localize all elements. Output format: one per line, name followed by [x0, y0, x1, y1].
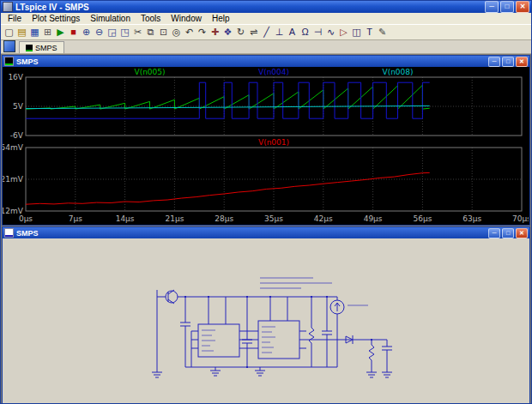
ic1-symbol — [191, 324, 246, 367]
waveform-window: SMPS ─ □ ✕ 16V5V-6VV(n005)V(n004)V(n008)… — [2, 55, 530, 226]
schematic-maximize-button[interactable]: □ — [502, 228, 514, 238]
tool-open-file-icon[interactable]: ▤ — [15, 26, 28, 39]
tool-find-icon[interactable]: ◎ — [170, 26, 183, 39]
capacitor-symbol — [180, 323, 190, 326]
tool-mirror-icon[interactable]: ⇌ — [247, 26, 260, 39]
schematic-drawing — [152, 278, 392, 377]
active-window-icon[interactable] — [3, 40, 15, 52]
tool-spice-directive-icon[interactable]: ✎ — [376, 26, 389, 39]
app-icon — [3, 2, 13, 12]
ground-symbol — [382, 369, 392, 377]
tab-label: SMPS — [35, 44, 57, 52]
tool-undo-icon[interactable]: ↶ — [183, 26, 196, 39]
tool-paste-icon[interactable]: ⊡ — [157, 26, 170, 39]
menu-file[interactable]: File — [3, 14, 27, 23]
transistor-symbol — [166, 290, 178, 304]
tool-diode-icon[interactable]: ▷ — [337, 26, 350, 39]
close-button[interactable]: ✕ — [516, 1, 529, 13]
tool-text-tool-icon[interactable]: T — [363, 26, 376, 39]
capacitor-symbol — [322, 331, 332, 335]
svg-text:V(n008): V(n008) — [382, 68, 413, 76]
tool-redo-icon[interactable]: ↷ — [196, 26, 209, 39]
waveform-close-button[interactable]: ✕ — [516, 57, 528, 67]
tool-component-icon[interactable]: ◫ — [350, 26, 363, 39]
svg-text:70μs: 70μs — [512, 214, 529, 223]
tool-inductor-icon[interactable]: ∿ — [324, 26, 337, 39]
svg-text:V(n004): V(n004) — [258, 68, 289, 76]
svg-text:5V: 5V — [13, 102, 24, 111]
svg-text:56μs: 56μs — [413, 214, 432, 223]
ground-symbol — [210, 367, 221, 376]
menubar: File Plot Settings Simulation Tools Wind… — [1, 13, 531, 24]
resistor-symbol — [309, 328, 314, 343]
ground-symbol — [255, 367, 265, 376]
capacitor-symbol — [382, 347, 392, 350]
window-title: LTspice IV - SMPS — [15, 3, 482, 12]
schematic-window-icon — [4, 228, 14, 238]
schematic-canvas[interactable] — [3, 238, 529, 404]
menu-plot-settings[interactable]: Plot Settings — [27, 14, 85, 23]
waveform-titlebar[interactable]: SMPS ─ □ ✕ — [3, 56, 529, 67]
svg-text:V(n001): V(n001) — [258, 138, 289, 147]
maximize-button[interactable]: □ — [500, 1, 514, 13]
waveform-plot-area: 16V5V-6VV(n005)V(n004)V(n008)54mV21mV-12… — [3, 67, 529, 225]
tool-resistor-icon[interactable]: Ω — [299, 26, 311, 39]
tool-rotate-icon[interactable]: ↻ — [234, 26, 247, 39]
svg-text:-6V: -6V — [10, 131, 24, 140]
menu-simulation[interactable]: Simulation — [85, 14, 136, 23]
capacitor-symbol — [242, 340, 252, 343]
spice-directive-text — [260, 278, 332, 288]
ground-symbol — [152, 369, 162, 377]
tool-drag-icon[interactable]: ❖ — [221, 26, 234, 39]
waveform-tab-icon — [26, 45, 33, 51]
schematic-minimize-button[interactable]: ─ — [488, 228, 500, 238]
tab-smps[interactable]: SMPS — [19, 41, 64, 53]
tool-net-label-icon[interactable]: A — [286, 26, 299, 39]
svg-text:14μs: 14μs — [116, 214, 135, 223]
toolbar: ▢▤▦⊞▶■⊕⊖◲◳✂⧉⊡◎↶↷✚❖↻⇌╱⊥AΩ⊣∿▷◫T✎ — [1, 24, 531, 40]
menu-window[interactable]: Window — [166, 14, 207, 23]
waveform-minimize-button[interactable]: ─ — [488, 57, 500, 67]
tool-copy-icon[interactable]: ⧉ — [144, 26, 157, 39]
schematic-close-button[interactable]: ✕ — [516, 228, 528, 238]
tool-ground-icon[interactable]: ⊥ — [273, 26, 286, 39]
schematic-area — [3, 238, 529, 404]
svg-text:28μs: 28μs — [215, 214, 233, 223]
tool-draw-wire-icon[interactable]: ╱ — [260, 26, 273, 39]
tool-capacitor-icon[interactable]: ⊣ — [311, 26, 324, 39]
svg-text:49μs: 49μs — [364, 214, 383, 223]
svg-text:16V: 16V — [8, 73, 23, 81]
schematic-titlebar[interactable]: SMPS ─ □ ✕ — [3, 227, 529, 238]
waveform-maximize-button[interactable]: □ — [502, 57, 514, 67]
svg-text:0μs: 0μs — [19, 214, 33, 223]
tool-zoom-fit-icon[interactable]: ◳ — [118, 26, 131, 39]
tool-cut-icon[interactable]: ✂ — [131, 26, 144, 39]
ground-symbol — [366, 369, 377, 377]
tool-run-icon[interactable]: ▶ — [54, 26, 67, 39]
tool-save-file-icon[interactable]: ▦ — [28, 26, 41, 39]
window-buttons: ─ □ ✕ — [485, 1, 529, 13]
svg-text:V(n005): V(n005) — [134, 68, 165, 76]
tool-zoom-in-icon[interactable]: ⊕ — [80, 26, 93, 39]
ltspice-main-window: LTspice IV - SMPS ─ □ ✕ File Plot Settin… — [0, 0, 532, 404]
tool-move-icon[interactable]: ✚ — [209, 26, 221, 39]
tool-new-schematic-icon[interactable]: ▢ — [3, 26, 15, 39]
svg-text:21mV: 21mV — [3, 175, 24, 184]
tool-control-panel-icon[interactable]: ⊞ — [41, 26, 54, 39]
waveform-window-title: SMPS — [16, 57, 486, 66]
schematic-window-buttons: ─ □ ✕ — [488, 228, 528, 238]
minimize-button[interactable]: ─ — [485, 1, 499, 13]
svg-text:42μs: 42μs — [314, 214, 333, 223]
waveform-plot[interactable]: 16V5V-6VV(n005)V(n004)V(n008)54mV21mV-12… — [3, 67, 529, 225]
menu-help[interactable]: Help — [207, 14, 235, 23]
tool-zoom-area-icon[interactable]: ◲ — [106, 26, 118, 39]
mdi-area: SMPS ─ □ ✕ 16V5V-6VV(n005)V(n004)V(n008)… — [1, 54, 531, 404]
window-titlebar[interactable]: LTspice IV - SMPS ─ □ ✕ — [1, 1, 531, 13]
waveform-window-icon — [4, 57, 14, 66]
menu-tools[interactable]: Tools — [136, 14, 166, 23]
tool-halt-icon[interactable]: ■ — [67, 26, 80, 39]
svg-text:21μs: 21μs — [165, 214, 184, 223]
schematic-window: SMPS ─ □ ✕ — [2, 226, 530, 404]
svg-text:54mV: 54mV — [3, 143, 24, 152]
tool-zoom-out-icon[interactable]: ⊖ — [93, 26, 106, 39]
